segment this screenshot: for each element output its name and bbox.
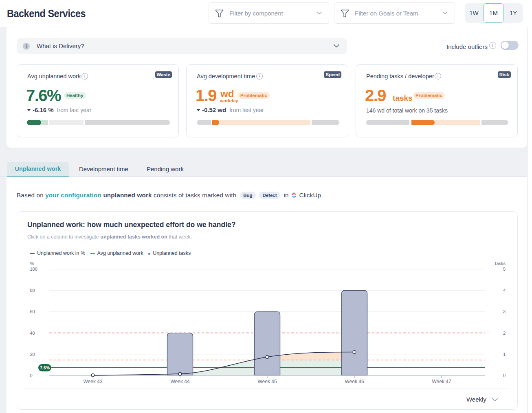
svg-text:1: 1 xyxy=(503,352,506,357)
svg-text:3: 3 xyxy=(503,309,506,314)
svg-text:80: 80 xyxy=(30,288,35,293)
svg-text:4: 4 xyxy=(503,288,506,293)
svg-text:7.6%: 7.6% xyxy=(40,365,50,370)
svg-text:Week 45: Week 45 xyxy=(257,379,277,384)
svg-text:0: 0 xyxy=(30,373,33,378)
svg-text:5: 5 xyxy=(503,267,506,272)
svg-text:Tasks: Tasks xyxy=(494,261,506,266)
svg-text:20: 20 xyxy=(30,352,35,357)
svg-text:40: 40 xyxy=(30,331,35,336)
svg-text:Week 43: Week 43 xyxy=(83,379,102,384)
svg-text:Week 47: Week 47 xyxy=(432,379,451,384)
svg-text:Week 44: Week 44 xyxy=(170,379,189,384)
svg-text:%: % xyxy=(30,261,34,266)
svg-text:60: 60 xyxy=(30,309,35,314)
svg-text:100: 100 xyxy=(30,267,37,272)
svg-text:0: 0 xyxy=(503,373,506,378)
svg-text:Week 46: Week 46 xyxy=(345,379,364,384)
svg-text:2: 2 xyxy=(503,331,506,336)
